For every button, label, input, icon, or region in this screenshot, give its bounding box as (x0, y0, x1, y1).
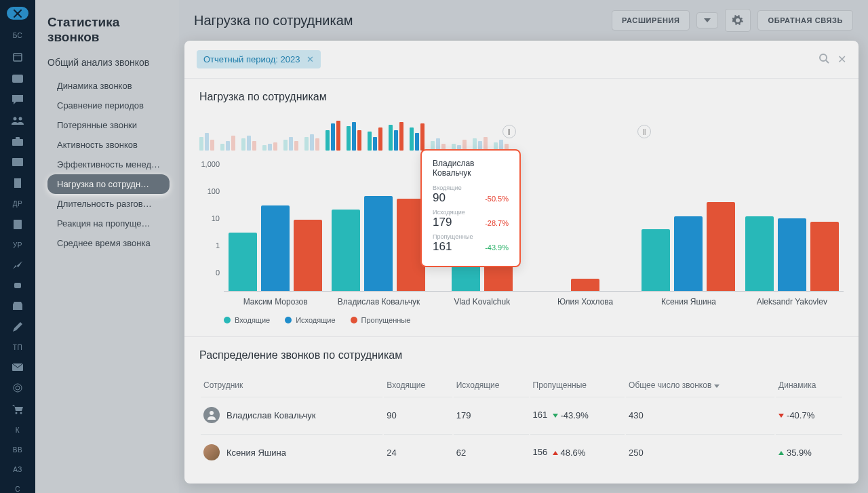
left-iconbar: БС ДР УР ТП К ВВ АЗ С (0, 0, 35, 493)
sidebar-item[interactable]: Эффективность менедж… (47, 155, 170, 174)
col-missed[interactable]: Пропущенные (530, 375, 625, 395)
building-icon[interactable] (12, 178, 24, 188)
chart-plot[interactable]: Владислав Ковальчук Входящие90-50.5% Исх… (224, 156, 844, 292)
sidebar-item[interactable]: Сравнение периодов (47, 96, 170, 115)
svg-point-3 (19, 117, 22, 121)
briefcase-icon[interactable] (12, 137, 24, 146)
svg-rect-7 (14, 178, 21, 188)
topbar: Нагрузка по сотрудникам РАСШИРЕНИЯ ОБРАТ… (179, 0, 868, 41)
close-icon[interactable] (7, 7, 28, 20)
svg-rect-6 (12, 158, 23, 166)
feedback-button[interactable]: ОБРАТНАЯ СВЯЗЬ (757, 10, 853, 31)
chart-icon[interactable] (12, 261, 24, 269)
svg-rect-0 (14, 54, 22, 61)
svg-point-11 (14, 384, 22, 392)
iconbar-item[interactable]: АЗ (13, 466, 22, 473)
iconbar-item[interactable]: ВВ (13, 446, 22, 454)
card-icon[interactable] (12, 75, 24, 83)
pen-icon[interactable] (12, 322, 24, 332)
svg-point-16 (210, 411, 214, 415)
x-axis-labels: Максим Морозов Владислав Ковальчук Vlad … (224, 292, 844, 307)
page-title: Нагрузка по сотрудникам (194, 13, 605, 28)
sort-icon (714, 384, 719, 388)
tooltip-name: Владислав Ковальчук (433, 159, 509, 178)
extensions-button[interactable]: РАСШИРЕНИЯ (612, 10, 690, 31)
avatar (203, 407, 220, 423)
mail-icon[interactable] (12, 363, 24, 371)
iconbar-item[interactable]: К (16, 427, 20, 434)
chat-icon[interactable] (12, 95, 24, 104)
sidebar-item[interactable]: Динамика звонков (47, 76, 170, 96)
svg-rect-8 (14, 220, 22, 229)
svg-point-13 (16, 412, 18, 414)
iconbar-item[interactable]: ТП (13, 344, 22, 351)
search-icon[interactable] (818, 53, 829, 66)
chart-card: Нагрузка по сотрудникам || || (184, 79, 859, 337)
sidebar-item[interactable]: Длительность разгов… (47, 194, 170, 214)
filter-chip-label: Отчетный период: 2023 (203, 54, 300, 64)
robot-icon[interactable] (12, 281, 24, 290)
calendar-icon[interactable] (12, 52, 24, 62)
settings-button[interactable] (725, 9, 751, 32)
table-card: Распределение звонков по сотрудникам Сот… (184, 337, 859, 484)
iconbar-item[interactable]: С (15, 486, 20, 493)
table-row[interactable]: Владислав Ковальчук 90 179 161 -43.9% 43… (201, 397, 842, 433)
range-handle-right[interactable]: || (637, 125, 651, 138)
svg-rect-9 (14, 283, 21, 288)
col-outgoing[interactable]: Исходящие (454, 375, 529, 395)
main-chart: 1,000 100 10 1 0 Владисл (199, 156, 844, 292)
iconbar-item[interactable]: УР (13, 241, 22, 249)
col-incoming[interactable]: Входящие (384, 375, 452, 395)
cart-icon[interactable] (12, 405, 24, 414)
sidebar-item-active[interactable]: Нагрузка по сотрудн… (47, 174, 170, 194)
svg-point-14 (20, 412, 22, 414)
iconbar-item[interactable]: БС (13, 32, 23, 39)
sidebar-item[interactable]: Потерянные звонки (47, 115, 170, 135)
svg-point-2 (14, 117, 17, 121)
y-axis: 1,000 100 10 1 0 (199, 156, 224, 292)
doc-icon[interactable] (12, 220, 24, 229)
range-handle-left[interactable]: || (502, 125, 516, 138)
mini-chart[interactable]: || || (199, 113, 844, 151)
sidebar: Статистика звонков Общий анализ звонков … (35, 0, 179, 493)
svg-rect-4 (12, 139, 23, 146)
sidebar-item[interactable]: Реакция на пропуще… (47, 214, 170, 233)
content-panel: Отчетный период: 2023 ✕ ✕ Нагрузка по со… (184, 41, 859, 484)
svg-point-15 (820, 54, 827, 61)
id-icon[interactable] (12, 158, 24, 166)
chip-remove-icon[interactable]: ✕ (307, 54, 314, 64)
chevron-down-icon (704, 18, 711, 22)
svg-rect-1 (12, 75, 23, 83)
col-dynamics[interactable]: Динамика (776, 375, 842, 395)
chart-legend: Входящие Исходящие Пропущенные (224, 316, 844, 324)
filter-bar: Отчетный период: 2023 ✕ ✕ (184, 41, 859, 79)
svg-rect-5 (16, 137, 20, 140)
table-title: Распределение звонков по сотрудникам (199, 349, 844, 361)
data-table: Сотрудник Входящие Исходящие Пропущенные… (199, 374, 844, 471)
main: Нагрузка по сотрудникам РАСШИРЕНИЯ ОБРАТ… (179, 0, 868, 493)
sidebar-item[interactable]: Среднее время звонка (47, 233, 170, 253)
svg-point-12 (16, 386, 20, 390)
col-employee[interactable]: Сотрудник (201, 375, 382, 395)
target-icon[interactable] (12, 383, 24, 393)
store-icon[interactable] (12, 302, 24, 310)
sidebar-item[interactable]: Активность звонков (47, 135, 170, 155)
filter-chip[interactable]: Отчетный период: 2023 ✕ (197, 50, 321, 68)
avatar (203, 444, 220, 460)
table-row[interactable]: Ксения Яшина 24 62 156 48.6% 250 35.9% (201, 434, 842, 470)
sidebar-title: Статистика звонков (47, 15, 170, 45)
chart-tooltip: Владислав Ковальчук Входящие90-50.5% Исх… (420, 149, 521, 267)
chart-title: Нагрузка по сотрудникам (199, 91, 844, 103)
sidebar-section[interactable]: Общий анализ звонков (47, 57, 170, 68)
gear-icon (732, 15, 743, 26)
users-icon[interactable] (12, 117, 24, 125)
clear-icon[interactable]: ✕ (837, 53, 846, 66)
col-total[interactable]: Общее число звонков (626, 375, 774, 395)
extensions-dropdown[interactable] (696, 12, 718, 28)
iconbar-item[interactable]: ДР (13, 200, 22, 208)
